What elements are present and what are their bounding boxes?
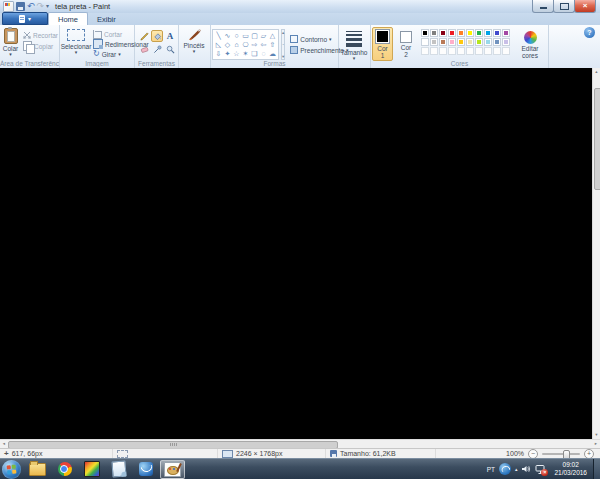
tray-app-icon[interactable] xyxy=(499,463,511,475)
color-swatch[interactable] xyxy=(448,38,456,46)
color-swatch[interactable] xyxy=(421,29,429,37)
shape-polygon[interactable]: ▱ xyxy=(259,31,268,40)
shape-triangle[interactable]: △ xyxy=(268,31,277,40)
shape-right-triangle[interactable]: ◺ xyxy=(214,40,223,49)
shape-left-arrow[interactable]: ⇦ xyxy=(259,40,268,49)
brushes-button[interactable]: Pincéis ▾ xyxy=(180,27,208,53)
shapes-scroll-up-icon[interactable]: ▴ xyxy=(282,30,284,35)
shapes-scrollbar[interactable]: ▴ • ▾ xyxy=(281,29,285,60)
size-button[interactable]: Tamanho ▾ xyxy=(340,27,368,60)
shape-rounded-rectangle[interactable]: ▢ xyxy=(250,31,259,40)
color-swatch-empty[interactable] xyxy=(502,47,510,55)
color-swatch[interactable] xyxy=(466,38,474,46)
help-button[interactable]: ? xyxy=(584,27,595,38)
color-swatch[interactable] xyxy=(493,38,501,46)
color-swatch-empty[interactable] xyxy=(430,47,438,55)
maximize-button[interactable] xyxy=(553,0,575,13)
tab-home[interactable]: Home xyxy=(48,12,88,25)
language-indicator[interactable]: PT xyxy=(487,466,495,473)
shape-curve[interactable]: ∿ xyxy=(223,31,232,40)
color-picker-tool[interactable] xyxy=(151,43,163,55)
taskbar-media-app-button[interactable] xyxy=(133,460,158,479)
horizontal-scrollbar[interactable]: ◂ ▸ xyxy=(0,439,600,448)
color-swatch[interactable] xyxy=(502,38,510,46)
taskbar-clock[interactable]: 09:02 21/03/2016 xyxy=(550,461,591,477)
shape-five-point-star[interactable]: ☆ xyxy=(232,49,241,58)
taskbar-chrome-button[interactable] xyxy=(52,460,77,479)
color-swatch-empty[interactable] xyxy=(457,47,465,55)
taskbar-image-app-button[interactable] xyxy=(79,460,104,479)
color-swatch[interactable] xyxy=(421,38,429,46)
color2-button[interactable]: Cor 2 xyxy=(396,27,416,60)
color-swatch[interactable] xyxy=(430,38,438,46)
shapes-scroll-down-icon[interactable]: ▾ xyxy=(282,54,284,59)
color1-button[interactable]: Cor 1 xyxy=(372,27,393,61)
minimize-button[interactable] xyxy=(532,0,554,13)
copy-button[interactable]: Copiar xyxy=(23,41,58,51)
color-swatch-empty[interactable] xyxy=(439,47,447,55)
color-swatch-empty[interactable] xyxy=(493,47,501,55)
shape-rectangle[interactable]: ▭ xyxy=(241,31,250,40)
color-swatch[interactable] xyxy=(439,29,447,37)
color-swatch-empty[interactable] xyxy=(448,47,456,55)
zoom-in-button[interactable]: + xyxy=(584,449,594,459)
close-button[interactable]: × xyxy=(574,0,596,13)
scroll-right-icon[interactable]: ▸ xyxy=(592,440,600,448)
shape-hexagon[interactable]: ⎔ xyxy=(241,40,250,49)
eraser-tool[interactable] xyxy=(138,43,150,55)
zoom-out-button[interactable]: − xyxy=(528,449,538,459)
color-swatch[interactable] xyxy=(448,29,456,37)
color-swatch[interactable] xyxy=(430,29,438,37)
file-menu-button[interactable]: ▾ xyxy=(2,12,48,25)
taskbar-explorer-button[interactable] xyxy=(25,460,50,479)
color-swatch[interactable] xyxy=(475,29,483,37)
network-icon[interactable]: × xyxy=(535,464,546,475)
redo-icon[interactable]: ↷ xyxy=(37,2,45,11)
shape-oval[interactable]: ○ xyxy=(232,31,241,40)
shape-line[interactable]: ╲ xyxy=(214,31,223,40)
edit-colors-button[interactable]: Editar cores xyxy=(516,27,544,61)
save-icon[interactable] xyxy=(16,2,25,11)
taskbar-notepad-button[interactable] xyxy=(106,460,131,479)
start-button[interactable] xyxy=(2,460,21,479)
shape-four-point-star[interactable]: ✦ xyxy=(223,49,232,58)
drawing-canvas[interactable] xyxy=(0,68,592,439)
qat-dropdown-icon[interactable]: ▾ xyxy=(46,2,49,11)
color-swatch-empty[interactable] xyxy=(475,47,483,55)
vertical-scrollbar[interactable]: ▴ ▾ xyxy=(592,68,600,439)
color-swatch[interactable] xyxy=(457,29,465,37)
taskbar-paint-button[interactable] xyxy=(160,460,185,479)
tab-exibir[interactable]: Exibir xyxy=(88,13,125,25)
zoom-slider[interactable] xyxy=(542,453,580,455)
shape-pentagon[interactable]: ⌂ xyxy=(232,40,241,49)
shape-six-point-star[interactable]: ✶ xyxy=(241,49,250,58)
shape-rounded-callout[interactable]: ❏ xyxy=(250,49,259,58)
color-swatch[interactable] xyxy=(475,38,483,46)
paste-button[interactable]: Colar ▾ xyxy=(1,27,20,59)
scroll-down-icon[interactable]: ▾ xyxy=(593,431,600,439)
color-swatch[interactable] xyxy=(466,29,474,37)
shape-right-arrow[interactable]: ⇨ xyxy=(250,40,259,49)
shape-up-arrow[interactable]: ⇧ xyxy=(268,40,277,49)
shape-diamond[interactable]: ◇ xyxy=(223,40,232,49)
show-desktop-button[interactable] xyxy=(593,459,600,479)
shape-down-arrow[interactable]: ⇩ xyxy=(214,49,223,58)
color-swatch-empty[interactable] xyxy=(421,47,429,55)
color-swatch[interactable] xyxy=(484,29,492,37)
magnifier-tool[interactable] xyxy=(164,43,176,55)
color-swatch[interactable] xyxy=(457,38,465,46)
scroll-up-icon[interactable]: ▴ xyxy=(593,68,600,76)
speaker-icon[interactable] xyxy=(521,464,531,474)
color-swatch-empty[interactable] xyxy=(484,47,492,55)
shape-oval-callout[interactable]: ◌ xyxy=(259,49,268,58)
color-swatch-empty[interactable] xyxy=(466,47,474,55)
shape-cloud-callout[interactable]: ☁ xyxy=(268,49,277,58)
select-button[interactable]: Selecionar ▾ xyxy=(61,27,91,59)
color-swatch[interactable] xyxy=(493,29,501,37)
tray-expand-icon[interactable]: ▴ xyxy=(515,466,518,472)
text-tool[interactable]: A xyxy=(164,30,176,42)
undo-icon[interactable]: ↶ xyxy=(27,2,35,11)
paint-app-icon[interactable] xyxy=(3,1,14,12)
color-swatch[interactable] xyxy=(502,29,510,37)
vertical-scroll-thumb[interactable] xyxy=(594,88,600,190)
